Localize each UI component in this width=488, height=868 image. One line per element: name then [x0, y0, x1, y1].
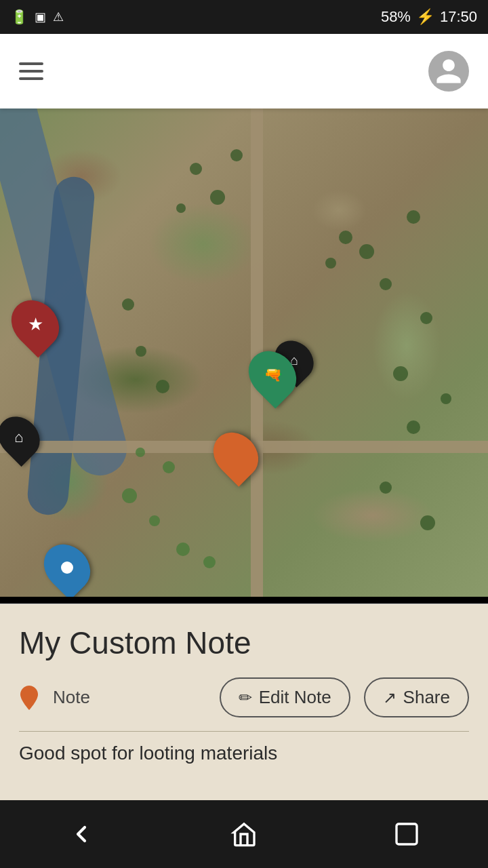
star-icon: ★ — [28, 314, 43, 335]
tree — [441, 393, 451, 404]
tree — [420, 312, 432, 324]
tree — [176, 542, 190, 556]
marker-red-star[interactable]: ★ — [14, 298, 57, 350]
share-icon: ↗ — [383, 688, 396, 707]
battery-icon: 🔋 — [11, 9, 28, 25]
map-background: ★ ⌂ 🔫 ⌂ — [0, 108, 488, 597]
back-triangle-icon — [68, 821, 95, 848]
share-button[interactable]: ↗ Share — [364, 677, 469, 717]
tree — [122, 488, 137, 503]
signal-icon: ▣ — [35, 9, 46, 24]
navigation-bar — [0, 800, 488, 868]
tree — [380, 481, 392, 494]
edit-note-button[interactable]: ✏ Edit Note — [220, 677, 350, 717]
marker-blue-location[interactable] — [46, 542, 88, 593]
tree — [407, 420, 420, 434]
gun-icon: 🔫 — [264, 366, 282, 384]
recent-apps-icon — [393, 821, 420, 848]
menu-line-3 — [19, 77, 43, 80]
charging-icon: ⚡ — [416, 8, 434, 26]
app-bar — [0, 34, 488, 108]
tree — [149, 515, 160, 526]
tree — [136, 346, 146, 357]
tree — [407, 210, 420, 224]
location-dot — [61, 561, 73, 574]
tree — [190, 163, 202, 175]
status-icons-left: 🔋 ▣ ⚠ — [11, 9, 64, 25]
status-bar: 🔋 ▣ ⚠ 58% ⚡ 17:50 — [0, 0, 488, 34]
share-label: Share — [403, 687, 450, 708]
tree — [203, 556, 216, 568]
profile-button[interactable] — [428, 51, 469, 92]
tree — [230, 149, 243, 161]
divider — [19, 731, 469, 732]
back-button[interactable] — [54, 807, 108, 861]
account-circle-icon — [434, 56, 464, 86]
home-button[interactable] — [217, 807, 271, 861]
tree — [325, 258, 336, 269]
tree — [393, 366, 408, 381]
tree — [359, 244, 374, 259]
tree — [380, 278, 392, 290]
menu-button[interactable] — [19, 62, 43, 80]
tree — [163, 461, 175, 473]
tree — [420, 515, 435, 530]
map-view[interactable]: ★ ⌂ 🔫 ⌂ — [0, 108, 488, 597]
note-type-icon — [19, 684, 39, 711]
tree — [156, 380, 169, 393]
time-display: 17:50 — [440, 8, 477, 26]
recent-apps-button[interactable] — [380, 807, 434, 861]
status-info-right: 58% ⚡ 17:50 — [381, 8, 477, 26]
note-description: Good spot for looting materials — [19, 743, 469, 764]
battery-percentage: 58% — [381, 8, 411, 26]
note-title: My Custom Note — [19, 625, 469, 661]
menu-line-2 — [19, 70, 43, 73]
marker-green-gun[interactable]: 🔫 — [251, 349, 294, 401]
tree — [339, 231, 352, 244]
note-meta-row: Note ✏ Edit Note ↗ Share — [19, 677, 469, 717]
svg-rect-0 — [396, 824, 417, 844]
marker-black-house-left[interactable]: ⌂ — [0, 415, 38, 460]
house-icon-2: ⌂ — [14, 429, 23, 446]
tree — [136, 448, 145, 457]
home-icon — [230, 821, 258, 848]
menu-line-1 — [19, 62, 43, 65]
tree — [210, 190, 225, 205]
warning-icon: ⚠ — [53, 9, 64, 24]
bottom-panel: My Custom Note Note ✏ Edit Note ↗ Share … — [0, 604, 488, 800]
note-type-label: Note — [53, 687, 90, 708]
edit-note-label: Edit Note — [259, 687, 331, 708]
tree — [122, 298, 134, 311]
tree — [176, 203, 186, 213]
pencil-icon: ✏ — [239, 688, 252, 707]
marker-orange-note[interactable] — [216, 431, 256, 479]
